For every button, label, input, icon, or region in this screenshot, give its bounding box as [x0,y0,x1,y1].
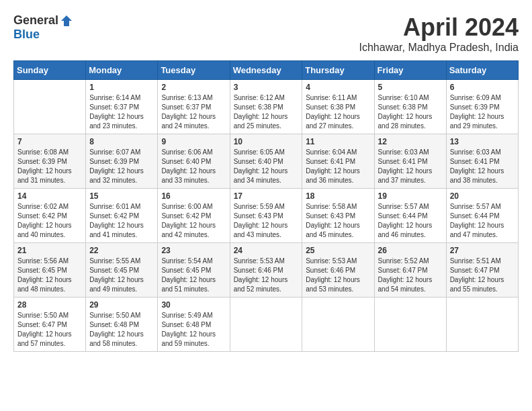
day-number: 21 [17,246,82,255]
calendar-cell: 22Sunrise: 5:55 AM Sunset: 6:45 PM Dayli… [86,243,158,298]
calendar-cell: 20Sunrise: 5:57 AM Sunset: 6:44 PM Dayli… [446,189,518,243]
day-number: 29 [89,300,154,310]
calendar-cell: 3Sunrise: 6:12 AM Sunset: 6:38 PM Daylig… [230,80,302,134]
day-number: 6 [450,83,515,92]
weekday-header-tuesday: Tuesday [158,61,230,80]
calendar-cell: 25Sunrise: 5:53 AM Sunset: 6:46 PM Dayli… [302,243,374,298]
day-number: 3 [234,83,299,92]
calendar-cell: 10Sunrise: 6:05 AM Sunset: 6:40 PM Dayli… [230,134,302,189]
weekday-header-thursday: Thursday [302,61,374,80]
day-number: 2 [161,83,226,92]
day-info: Sunrise: 6:11 AM Sunset: 6:38 PM Dayligh… [306,93,370,131]
calendar-cell: 4Sunrise: 6:11 AM Sunset: 6:38 PM Daylig… [302,80,374,134]
calendar-cell: 29Sunrise: 5:50 AM Sunset: 6:48 PM Dayli… [86,298,158,352]
calendar-cell [230,298,302,352]
day-number: 13 [450,137,515,146]
calendar-week-5: 28Sunrise: 5:50 AM Sunset: 6:47 PM Dayli… [14,298,519,352]
day-info: Sunrise: 6:07 AM Sunset: 6:39 PM Dayligh… [89,148,154,185]
day-info: Sunrise: 5:51 AM Sunset: 6:47 PM Dayligh… [450,257,515,294]
calendar-cell: 17Sunrise: 5:59 AM Sunset: 6:43 PM Dayli… [230,189,302,243]
day-info: Sunrise: 6:08 AM Sunset: 6:39 PM Dayligh… [17,148,82,185]
calendar-cell [374,298,446,352]
calendar-week-4: 21Sunrise: 5:56 AM Sunset: 6:45 PM Dayli… [14,243,519,298]
day-number: 7 [17,137,82,146]
day-info: Sunrise: 5:59 AM Sunset: 6:43 PM Dayligh… [234,202,299,240]
svg-marker-0 [61,15,72,26]
calendar-cell: 15Sunrise: 6:01 AM Sunset: 6:42 PM Dayli… [86,189,158,243]
day-info: Sunrise: 5:50 AM Sunset: 6:48 PM Dayligh… [89,311,154,349]
calendar-cell: 16Sunrise: 6:00 AM Sunset: 6:42 PM Dayli… [158,189,230,243]
calendar-cell: 26Sunrise: 5:52 AM Sunset: 6:47 PM Dayli… [374,243,446,298]
calendar-cell: 30Sunrise: 5:49 AM Sunset: 6:48 PM Dayli… [158,298,230,352]
day-number: 12 [378,137,443,146]
day-info: Sunrise: 6:09 AM Sunset: 6:39 PM Dayligh… [450,93,515,131]
calendar-cell: 19Sunrise: 5:57 AM Sunset: 6:44 PM Dayli… [374,189,446,243]
calendar-cell: 27Sunrise: 5:51 AM Sunset: 6:47 PM Dayli… [446,243,518,298]
weekday-header-friday: Friday [374,61,446,80]
calendar-cell: 24Sunrise: 5:53 AM Sunset: 6:46 PM Dayli… [230,243,302,298]
day-info: Sunrise: 5:54 AM Sunset: 6:45 PM Dayligh… [161,257,226,294]
day-info: Sunrise: 6:13 AM Sunset: 6:37 PM Dayligh… [161,93,226,131]
day-number: 16 [161,191,226,201]
day-info: Sunrise: 6:10 AM Sunset: 6:38 PM Dayligh… [378,93,443,131]
day-number: 8 [89,137,154,146]
day-number: 1 [89,83,154,92]
day-info: Sunrise: 5:50 AM Sunset: 6:47 PM Dayligh… [17,311,82,349]
calendar-cell: 2Sunrise: 6:13 AM Sunset: 6:37 PM Daylig… [158,80,230,134]
calendar-cell: 12Sunrise: 6:03 AM Sunset: 6:41 PM Dayli… [374,134,446,189]
logo-general: General [13,13,58,28]
calendar-cell: 13Sunrise: 6:03 AM Sunset: 6:41 PM Dayli… [446,134,518,189]
calendar-cell [302,298,374,352]
calendar-cell: 14Sunrise: 6:02 AM Sunset: 6:42 PM Dayli… [14,189,86,243]
day-number: 5 [378,83,443,92]
day-info: Sunrise: 6:03 AM Sunset: 6:41 PM Dayligh… [450,148,515,185]
day-number: 20 [450,191,515,201]
calendar-cell: 21Sunrise: 5:56 AM Sunset: 6:45 PM Dayli… [14,243,86,298]
calendar-cell: 8Sunrise: 6:07 AM Sunset: 6:39 PM Daylig… [86,134,158,189]
day-info: Sunrise: 5:55 AM Sunset: 6:45 PM Dayligh… [89,257,154,294]
day-number: 4 [306,83,370,92]
day-number: 24 [234,246,299,255]
day-number: 30 [161,300,226,310]
day-number: 28 [17,300,82,310]
day-info: Sunrise: 5:57 AM Sunset: 6:44 PM Dayligh… [378,202,443,240]
day-info: Sunrise: 5:58 AM Sunset: 6:43 PM Dayligh… [306,202,370,240]
day-number: 23 [161,246,226,255]
logo-blue: Blue [13,28,40,42]
day-info: Sunrise: 6:00 AM Sunset: 6:42 PM Dayligh… [161,202,226,240]
page-header: General Blue April 2024 Ichhawar, Madhya… [13,13,519,54]
calendar-week-3: 14Sunrise: 6:02 AM Sunset: 6:42 PM Dayli… [14,189,519,243]
day-number: 11 [306,137,370,146]
calendar-week-2: 7Sunrise: 6:08 AM Sunset: 6:39 PM Daylig… [14,134,519,189]
day-info: Sunrise: 5:53 AM Sunset: 6:46 PM Dayligh… [306,257,370,294]
day-number: 15 [89,191,154,201]
title-block: April 2024 Ichhawar, Madhya Pradesh, Ind… [359,13,519,54]
day-number: 9 [161,137,226,146]
day-info: Sunrise: 6:05 AM Sunset: 6:40 PM Dayligh… [234,148,299,185]
calendar-week-1: 1Sunrise: 6:14 AM Sunset: 6:37 PM Daylig… [14,80,519,134]
day-number: 14 [17,191,82,201]
calendar-cell: 1Sunrise: 6:14 AM Sunset: 6:37 PM Daylig… [86,80,158,134]
weekday-header-row: SundayMondayTuesdayWednesdayThursdayFrid… [14,61,519,80]
day-number: 22 [89,246,154,255]
weekday-header-wednesday: Wednesday [230,61,302,80]
calendar-cell: 6Sunrise: 6:09 AM Sunset: 6:39 PM Daylig… [446,80,518,134]
day-info: Sunrise: 6:12 AM Sunset: 6:38 PM Dayligh… [234,93,299,131]
logo-icon [60,14,73,28]
day-info: Sunrise: 6:02 AM Sunset: 6:42 PM Dayligh… [17,202,82,240]
weekday-header-sunday: Sunday [14,61,86,80]
calendar-cell [446,298,518,352]
calendar-cell: 28Sunrise: 5:50 AM Sunset: 6:47 PM Dayli… [14,298,86,352]
weekday-header-saturday: Saturday [446,61,518,80]
calendar-cell: 5Sunrise: 6:10 AM Sunset: 6:38 PM Daylig… [374,80,446,134]
day-info: Sunrise: 6:06 AM Sunset: 6:40 PM Dayligh… [161,148,226,185]
calendar-cell: 23Sunrise: 5:54 AM Sunset: 6:45 PM Dayli… [158,243,230,298]
day-number: 19 [378,191,443,201]
day-info: Sunrise: 5:57 AM Sunset: 6:44 PM Dayligh… [450,202,515,240]
calendar-cell: 11Sunrise: 6:04 AM Sunset: 6:41 PM Dayli… [302,134,374,189]
day-info: Sunrise: 6:14 AM Sunset: 6:37 PM Dayligh… [89,93,154,131]
day-number: 26 [378,246,443,255]
calendar: SundayMondayTuesdayWednesdayThursdayFrid… [13,60,519,352]
day-number: 17 [234,191,299,201]
day-number: 25 [306,246,370,255]
